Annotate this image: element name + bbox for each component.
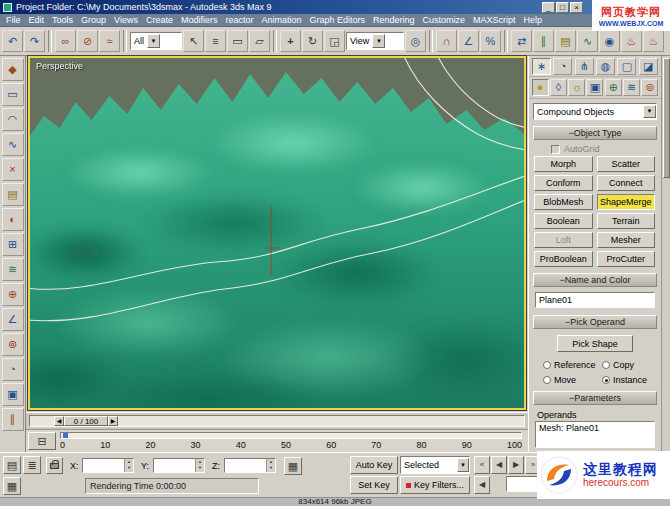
perspective-viewport[interactable]: Perspective — [28, 56, 526, 410]
tab-motion[interactable] — [596, 58, 615, 75]
morph-button[interactable]: Morph — [534, 156, 593, 172]
tab-utilities[interactable] — [639, 58, 658, 75]
key-filters-button[interactable]: Key Filters... — [400, 476, 470, 494]
left-toolbar-button[interactable] — [2, 208, 24, 231]
x-coord-field[interactable]: ▲▼ — [82, 458, 134, 473]
connect-button[interactable]: Connect — [597, 175, 656, 191]
category-shapes[interactable] — [550, 79, 567, 96]
select-and-move-button[interactable] — [280, 30, 301, 52]
selection-filter-dropdown[interactable]: All ▼ — [130, 32, 182, 50]
radio-move[interactable]: Move — [543, 375, 602, 385]
menu-item-tools[interactable]: Tools — [48, 14, 77, 26]
maxscript-listener-button[interactable] — [3, 456, 21, 474]
next-frame-arrow-icon[interactable]: ▶ — [108, 416, 118, 426]
current-frame-field[interactable] — [506, 476, 540, 492]
trackbar-mode-button[interactable] — [28, 432, 56, 450]
redo-button[interactable] — [24, 30, 45, 52]
spinner-icon[interactable]: ▲▼ — [124, 459, 133, 472]
loft-button[interactable]: Loft — [534, 232, 593, 248]
shapemerge-button[interactable]: ShapeMerge — [597, 194, 656, 210]
scrollbar-thumb[interactable] — [663, 58, 670, 178]
tab-display[interactable] — [617, 58, 636, 75]
menu-item-animation[interactable]: Animation — [257, 14, 305, 26]
mesher-button[interactable]: Mesher — [597, 232, 656, 248]
select-and-link-button[interactable] — [55, 30, 76, 52]
prompt-toggle-button[interactable] — [3, 477, 21, 495]
left-toolbar-button[interactable] — [2, 83, 24, 106]
maximize-button[interactable]: □ — [556, 2, 569, 13]
spinner-icon[interactable]: ▲▼ — [266, 459, 275, 472]
tab-create[interactable] — [532, 58, 551, 75]
menu-item-file[interactable]: File — [2, 14, 25, 26]
proboolean-button[interactable]: ProBoolean — [534, 251, 593, 267]
category-geometry[interactable] — [532, 79, 549, 96]
procutter-button[interactable]: ProCutter — [597, 251, 656, 267]
viewport-canvas[interactable] — [30, 58, 524, 408]
render-setup-button[interactable] — [621, 30, 642, 52]
object-category-dropdown[interactable]: Compound Objects ▼ — [533, 103, 657, 120]
left-toolbar-button[interactable] — [2, 358, 24, 381]
select-by-name-button[interactable] — [205, 30, 226, 52]
bind-to-spacewarp-button[interactable] — [99, 30, 120, 52]
left-toolbar-button[interactable] — [2, 283, 24, 306]
menu-item-views[interactable]: Views — [110, 14, 142, 26]
radio-reference[interactable]: Reference — [543, 360, 602, 370]
select-and-scale-button[interactable] — [324, 30, 345, 52]
rollout-pick-operand[interactable]: Pick Operand — [533, 315, 657, 329]
menu-item-edit[interactable]: Edit — [25, 14, 49, 26]
layer-manager-button[interactable] — [555, 30, 576, 52]
category-cameras[interactable] — [586, 79, 603, 96]
percent-snap-button[interactable] — [480, 30, 501, 52]
time-slider-value[interactable]: 0 / 100 — [64, 416, 108, 426]
mirror-button[interactable] — [511, 30, 532, 52]
left-toolbar-button[interactable] — [2, 408, 24, 431]
scatter-button[interactable]: Scatter — [597, 156, 656, 172]
menu-item-modifiers[interactable]: Modifiers — [177, 14, 222, 26]
menu-item-help[interactable]: Help — [520, 14, 547, 26]
set-key-button[interactable]: Set Key — [350, 476, 398, 494]
crossing-selection-button[interactable] — [249, 30, 270, 52]
conform-button[interactable]: Conform — [534, 175, 593, 191]
radio-copy[interactable]: Copy — [602, 360, 661, 370]
menu-item-reactor[interactable]: reactor — [221, 14, 257, 26]
time-slider-handle[interactable]: ◀ 0 / 100 ▶ — [54, 416, 118, 426]
selection-lock-button[interactable] — [46, 457, 63, 474]
prev-frame-arrow-icon[interactable]: ◀ — [54, 416, 64, 426]
terrain-button[interactable]: Terrain — [597, 213, 656, 229]
category-helpers[interactable] — [605, 79, 622, 96]
y-coord-field[interactable]: ▲▼ — [153, 458, 205, 473]
rectangular-selection-button[interactable] — [227, 30, 248, 52]
menu-item-graph-editors[interactable]: Graph Editors — [306, 14, 370, 26]
unlink-selection-button[interactable] — [77, 30, 98, 52]
viewport-label[interactable]: Perspective — [36, 61, 83, 71]
pick-shape-button[interactable]: Pick Shape — [557, 335, 633, 352]
object-name-field[interactable] — [535, 292, 655, 308]
left-toolbar-button[interactable] — [2, 333, 24, 356]
menu-item-create[interactable]: Create — [142, 14, 177, 26]
command-panel-scrollbar[interactable] — [661, 56, 670, 452]
left-toolbar-button[interactable] — [2, 158, 24, 181]
left-toolbar-button[interactable] — [2, 258, 24, 281]
menu-item-group[interactable]: Group — [77, 14, 110, 26]
menu-item-maxscript[interactable]: MAXScript — [469, 14, 520, 26]
left-toolbar-button[interactable] — [2, 133, 24, 156]
tab-hierarchy[interactable] — [575, 58, 594, 75]
trackbar-strip[interactable] — [60, 432, 522, 439]
auto-key-button[interactable]: Auto Key — [350, 456, 398, 474]
align-button[interactable] — [533, 30, 554, 52]
left-toolbar-button[interactable] — [2, 233, 24, 256]
left-toolbar-button[interactable] — [2, 58, 24, 81]
radio-instance[interactable]: Instance — [602, 375, 661, 385]
time-slider-track[interactable]: ◀ 0 / 100 ▶ — [29, 415, 525, 427]
go-to-start-button[interactable] — [474, 456, 490, 474]
category-spacewarps[interactable] — [623, 79, 640, 96]
menu-item-rendering[interactable]: Rendering — [369, 14, 419, 26]
autogrid-checkbox[interactable] — [551, 145, 560, 154]
spinner-icon[interactable]: ▲▼ — [195, 459, 204, 472]
quick-render-button[interactable] — [643, 30, 664, 52]
selection-set-dropdown[interactable]: Selected ▼ — [400, 456, 470, 474]
use-pivot-center-button[interactable] — [405, 30, 426, 52]
blobmesh-button[interactable]: BlobMesh — [534, 194, 593, 210]
category-lights[interactable] — [568, 79, 585, 96]
undo-button[interactable] — [2, 30, 23, 52]
